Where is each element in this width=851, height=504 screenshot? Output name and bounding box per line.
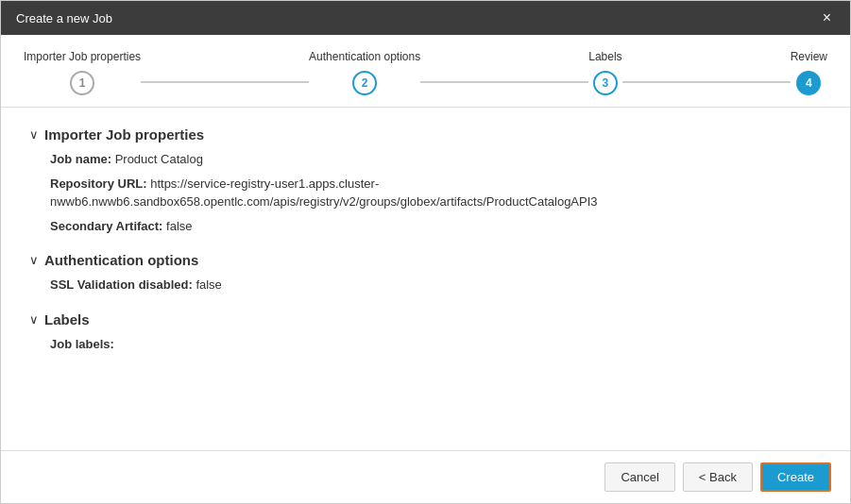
section-labels-header: ∨ Labels bbox=[29, 311, 822, 328]
field-job-name-value: Product Catalog bbox=[115, 152, 203, 166]
step-2-label: Authentication options bbox=[309, 50, 420, 63]
field-job-name: Job name: Product Catalog bbox=[50, 150, 822, 169]
connector-1-2 bbox=[141, 81, 309, 83]
step-4: Review 4 bbox=[791, 50, 827, 95]
back-button[interactable]: < Back bbox=[683, 462, 753, 492]
step-2-circle: 2 bbox=[352, 71, 377, 95]
toggle-labels-icon[interactable]: ∨ bbox=[29, 312, 39, 327]
field-job-labels-label: Job labels: bbox=[50, 337, 114, 351]
section-labels-content: Job labels: bbox=[29, 335, 822, 354]
connector-3-4 bbox=[622, 81, 791, 83]
modal-body: ∨ Importer Job properties Job name: Prod… bbox=[1, 108, 850, 450]
stepper: Importer Job properties 1 Authentication… bbox=[1, 35, 850, 108]
section-importer-content: Job name: Product Catalog Repository URL… bbox=[29, 150, 822, 235]
section-auth-options: ∨ Authentication options SSL Validation … bbox=[29, 252, 822, 294]
field-repo-url-label: Repository URL: bbox=[50, 176, 147, 191]
close-button[interactable]: × bbox=[819, 8, 835, 27]
step-2: Authentication options 2 bbox=[309, 50, 420, 95]
modal-dialog: Create a new Job × Importer Job properti… bbox=[0, 0, 851, 504]
section-importer-job-props: ∨ Importer Job properties Job name: Prod… bbox=[29, 126, 822, 235]
toggle-importer-icon[interactable]: ∨ bbox=[29, 127, 39, 142]
field-job-name-label: Job name: bbox=[50, 152, 111, 166]
field-ssl-validation-value: false bbox=[196, 277, 221, 292]
field-secondary-artifact-value: false bbox=[166, 219, 192, 233]
step-1: Importer Job properties 1 bbox=[24, 50, 141, 95]
section-auth-title: Authentication options bbox=[44, 252, 198, 268]
step-1-label: Importer Job properties bbox=[24, 50, 141, 63]
section-labels: ∨ Labels Job labels: bbox=[29, 311, 822, 354]
step-3-circle: 3 bbox=[593, 71, 618, 95]
field-repo-url: Repository URL: https://service-registry… bbox=[50, 175, 822, 211]
cancel-button[interactable]: Cancel bbox=[604, 462, 674, 492]
section-auth-content: SSL Validation disabled: false bbox=[29, 276, 822, 294]
connector-2-3 bbox=[420, 81, 588, 83]
step-4-label: Review bbox=[791, 50, 827, 63]
section-importer-header: ∨ Importer Job properties bbox=[29, 126, 822, 143]
modal-header: Create a new Job × bbox=[1, 1, 850, 35]
field-job-labels: Job labels: bbox=[50, 335, 822, 354]
step-4-circle: 4 bbox=[796, 71, 821, 95]
field-secondary-artifact: Secondary Artifact: false bbox=[50, 217, 822, 236]
step-3-label: Labels bbox=[588, 50, 621, 63]
modal-footer: Cancel < Back Create bbox=[1, 450, 850, 503]
field-secondary-artifact-label: Secondary Artifact: bbox=[50, 219, 162, 233]
step-1-circle: 1 bbox=[70, 71, 94, 95]
step-3: Labels 3 bbox=[588, 50, 621, 95]
field-ssl-validation: SSL Validation disabled: false bbox=[50, 276, 822, 294]
create-button[interactable]: Create bbox=[760, 462, 831, 492]
section-auth-header: ∨ Authentication options bbox=[29, 252, 822, 268]
toggle-auth-icon[interactable]: ∨ bbox=[29, 253, 39, 267]
section-importer-title: Importer Job properties bbox=[44, 126, 204, 143]
section-labels-title: Labels bbox=[44, 311, 90, 328]
field-ssl-validation-label: SSL Validation disabled: bbox=[50, 277, 193, 292]
modal-title: Create a new Job bbox=[16, 11, 112, 25]
